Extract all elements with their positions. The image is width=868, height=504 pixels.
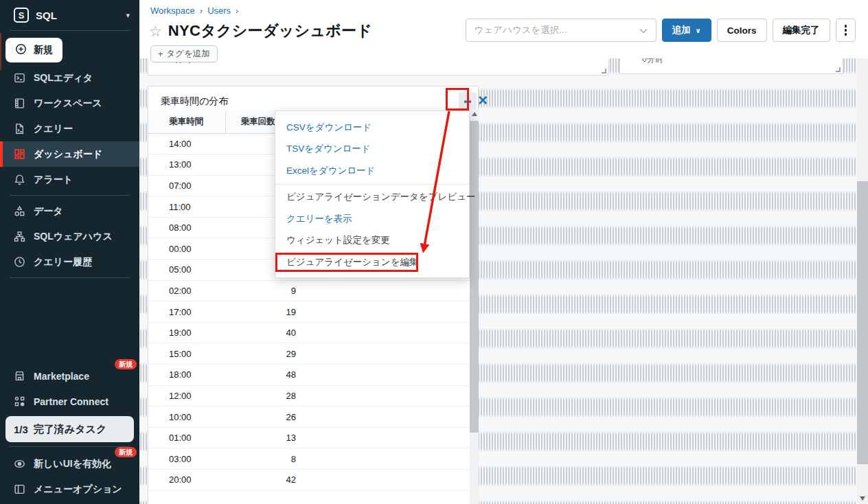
completed-tasks-button[interactable]: 1/3 完了済みタスク	[5, 416, 134, 442]
cell-time: 14:00	[148, 133, 225, 154]
sidebar-item-sql-warehouses[interactable]: SQLウェアハウス	[0, 224, 139, 249]
workspace-icon	[14, 98, 25, 109]
table-scrollbar[interactable]	[470, 110, 479, 504]
menu-item-edit-visualization[interactable]: ビジュアライゼーションを編集	[275, 251, 469, 273]
cell-count: 28	[225, 385, 303, 406]
kebab-icon	[845, 25, 847, 36]
sidebar-divider	[10, 277, 130, 278]
cell-count: 42	[225, 470, 303, 491]
cell-time: 05:00	[148, 260, 225, 281]
cell-count: 13	[225, 427, 303, 448]
sidebar-item-queries[interactable]: クエリー	[0, 116, 139, 141]
breadcrumb-users-link[interactable]: Users	[207, 5, 231, 16]
menu-item-change-widget-settings[interactable]: ウィジェット設定を変更	[275, 230, 469, 252]
sidebar-item-query-history[interactable]: クエリー履歴	[0, 249, 139, 275]
sidebar-item-workspace[interactable]: ワークスペース	[0, 91, 139, 116]
cell-time: 00:00	[148, 238, 225, 260]
column-header-time[interactable]: 乗車時間	[148, 111, 225, 133]
resize-handle-icon[interactable]	[836, 67, 841, 72]
cell-time: 20:00	[148, 470, 225, 491]
chevron-down-icon: ▾	[126, 11, 130, 20]
sidebar-item-label: アラート	[34, 174, 73, 186]
cell-time: 02:00	[148, 280, 225, 301]
cell-time: 13:00	[148, 154, 225, 176]
cell-count: 9	[225, 280, 303, 301]
sidebar-divider	[10, 30, 130, 31]
cell-time: 01:00	[148, 427, 225, 448]
breadcrumb-redacted-area	[250, 3, 400, 20]
table-row: 18:0048	[148, 365, 470, 386]
resize-handle-icon[interactable]	[602, 69, 606, 73]
sidebar-item-marketplace[interactable]: Marketplace 新規	[0, 363, 139, 389]
table-row: 19:0040	[148, 322, 470, 343]
page-scrollbar[interactable]	[857, 58, 868, 504]
add-tag-label: タグを追加	[166, 48, 209, 60]
finish-editing-button[interactable]: 編集完了	[773, 19, 830, 42]
add-tag-button[interactable]: + タグを追加	[150, 45, 218, 62]
widget-title: 乗車時間の分布	[161, 95, 228, 108]
new-badge: 新規	[115, 359, 137, 369]
sidebar-item-label: データ	[34, 205, 63, 218]
sidebar-item-data[interactable]: データ	[0, 198, 139, 224]
chevron-down-icon	[639, 24, 648, 36]
cell-count: 26	[225, 406, 303, 428]
warehouse-cluster-icon	[14, 231, 25, 242]
sidebar-item-enable-new-ui[interactable]: 新しいUIを有効化 新規	[0, 451, 139, 477]
app-switcher-label: SQL	[36, 10, 126, 21]
bell-icon	[14, 174, 25, 185]
page-header: Workspace › Users › ☆ NYCタクシーダッシュボード + タ…	[139, 0, 868, 58]
scrollbar-thumb[interactable]	[470, 121, 479, 433]
colors-button[interactable]: Colors	[717, 19, 767, 42]
plus-circle-icon	[15, 43, 27, 57]
table-row: 03:008	[148, 448, 470, 470]
menu-divider	[275, 184, 469, 185]
sidebar-item-label: クエリー	[34, 123, 73, 135]
sidebar-item-sql-editor[interactable]: SQLエディタ	[0, 65, 139, 91]
dashboard-title: NYCタクシーダッシュボード	[168, 21, 372, 41]
new-button[interactable]: 新規	[5, 38, 62, 62]
widget-close-icon[interactable]: ×	[474, 89, 492, 112]
scroll-up-arrow-icon[interactable]	[472, 112, 477, 116]
sidebar-item-alerts[interactable]: アラート	[0, 167, 139, 192]
sidebar-item-partner-connect[interactable]: Partner Connect	[0, 389, 139, 414]
menu-item-download-excel[interactable]: Excelをダウンロード	[275, 160, 469, 182]
warehouse-select[interactable]: ウェアハウスを選択...	[466, 19, 656, 42]
plus-icon: +	[158, 49, 163, 59]
cell-time: 07:00	[148, 175, 225, 196]
completed-tasks-label: 完了済みタスク	[34, 423, 106, 436]
table-row: 02:009	[148, 280, 470, 301]
cell-time: 11:00	[148, 196, 225, 218]
marketplace-icon	[14, 370, 25, 382]
cell-count: 8	[225, 448, 303, 470]
warehouse-select-placeholder: ウェアハウスを選択...	[475, 24, 634, 36]
cell-time: 15:00	[148, 343, 225, 365]
scrollbar-thumb[interactable]	[857, 181, 868, 464]
sidebar-item-label: ダッシュボード	[34, 148, 102, 161]
widget-context-menu: CSVをダウンロード TSVをダウンロード Excelをダウンロード ビジュアラ…	[275, 111, 470, 278]
dashboard-canvas: 0分前 0分前 乗車時間の分布 × 乗車時間 乗車回数 14:00 13:00 …	[139, 58, 857, 504]
sql-logo-icon: S	[14, 8, 29, 23]
breadcrumb-separator: ›	[200, 5, 203, 16]
menu-item-preview-data[interactable]: ビジュアライゼーションデータをプレビュー	[275, 187, 469, 209]
breadcrumb-workspace-link[interactable]: Workspace	[150, 5, 195, 16]
sidebar-divider	[10, 446, 130, 447]
app-switcher[interactable]: S SQL ▾	[0, 0, 139, 30]
sidebar-item-menu-options[interactable]: メニューオプション	[0, 477, 139, 502]
sidebar-item-label: ワークスペース	[34, 98, 102, 110]
menu-item-download-tsv[interactable]: TSVをダウンロード	[275, 139, 469, 161]
widget-refresh-timestamp: 0分前	[642, 58, 663, 65]
table-row: 12:0028	[148, 385, 470, 406]
breadcrumb: Workspace › Users ›	[150, 5, 238, 16]
favorite-star-icon[interactable]: ☆	[149, 24, 162, 38]
header-kebab-button[interactable]	[836, 19, 856, 42]
breadcrumb-separator: ›	[236, 5, 238, 16]
add-widget-button[interactable]: 追加 ∨	[662, 19, 711, 42]
scroll-down-arrow-icon[interactable]	[860, 496, 865, 501]
sidebar-item-dashboards[interactable]: ダッシュボード	[0, 141, 139, 167]
cell-count: 29	[225, 343, 303, 365]
sidebar-item-label: クエリー履歴	[34, 256, 92, 268]
menu-item-view-query[interactable]: クエリーを表示	[275, 208, 469, 230]
add-widget-label: 追加	[672, 24, 691, 36]
menu-item-download-csv[interactable]: CSVをダウンロード	[275, 117, 469, 139]
cell-count: 48	[225, 365, 303, 386]
